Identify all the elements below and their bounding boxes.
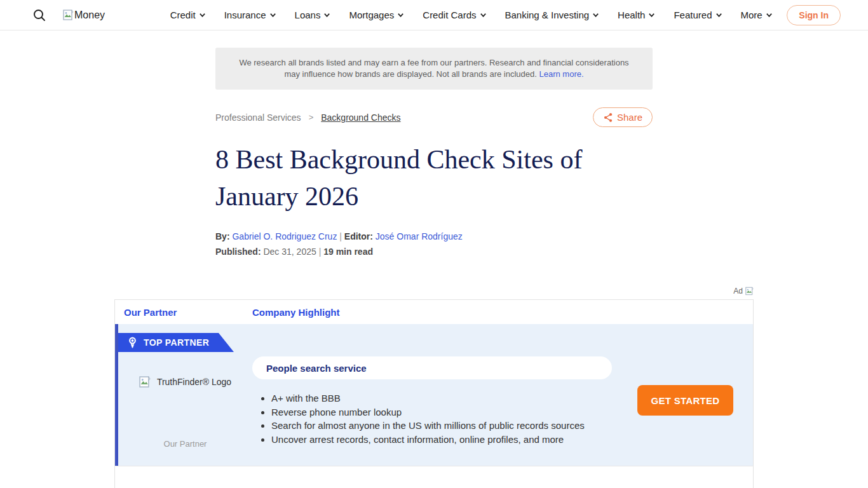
broken-image-icon [63, 10, 74, 20]
partner-card-footer [114, 466, 754, 488]
money-logo[interactable]: Money [63, 10, 105, 21]
byline: By: Gabriel O. Rodriguez Cruz | Editor: … [215, 231, 653, 241]
read-time: 19 min read [323, 247, 373, 257]
ad-label: Ad [733, 287, 743, 295]
nav-item-label: Credit [170, 10, 196, 20]
broken-image-icon [139, 376, 151, 388]
nav-item-label: Mortgages [349, 10, 394, 20]
author-link[interactable]: Gabriel O. Rodriguez Cruz [232, 231, 337, 241]
byline-divider: | [339, 231, 342, 241]
partner-card-body: TOP PARTNER TruthFinder® Logo [115, 324, 753, 466]
page-title: 8 Best Background Check Sites of January… [215, 141, 653, 215]
nav-item-credit[interactable]: Credit [170, 10, 206, 20]
published-row: Published: Dec 31, 2025 | 19 min read [215, 247, 653, 257]
nav-item-label: Banking & Investing [505, 10, 590, 20]
nav-item-label: Insurance [224, 10, 266, 20]
feature-item: Uncover arrest records, contact informat… [271, 433, 618, 447]
partner-logo[interactable]: TruthFinder® Logo [139, 376, 231, 388]
nav-item-label: Credit Cards [423, 10, 476, 20]
affiliate-disclaimer: We research all brands listed and may ea… [215, 48, 653, 90]
cta-column: GET STARTED [618, 356, 753, 466]
partner-logo-column: TruthFinder® Logo Our Partner [118, 356, 252, 466]
by-label: By: [215, 231, 230, 241]
search-icon[interactable] [32, 8, 46, 22]
nav-item-insurance[interactable]: Insurance [224, 10, 276, 20]
broken-image-icon [745, 287, 754, 295]
nav-item-more[interactable]: More [741, 10, 773, 20]
logo-alt-text: Money [74, 10, 105, 21]
top-partner-label: TOP PARTNER [144, 337, 209, 348]
feature-list: A+ with the BBB Reverse phone number loo… [271, 391, 618, 446]
nav-item-featured[interactable]: Featured [674, 10, 722, 20]
top-navigation: Money Credit Insurance Loans Mortgages C… [0, 0, 868, 30]
chevron-down-icon [323, 11, 330, 18]
partner-highlight-column: People search service A+ with the BBB Re… [252, 356, 618, 466]
sign-in-button[interactable]: Sign In [787, 5, 841, 25]
published-label: Published: [215, 247, 261, 257]
nav-item-label: Health [618, 10, 645, 20]
chevron-down-icon [766, 11, 773, 18]
nav-item-mortgages[interactable]: Mortgages [349, 10, 404, 20]
nav-item-banking-investing[interactable]: Banking & Investing [505, 10, 600, 20]
nav-item-loans[interactable]: Loans [295, 10, 331, 20]
highlight-pill: People search service [252, 356, 612, 379]
our-partner-caption: Our Partner [164, 439, 207, 449]
partner-logo-alt-text: TruthFinder® Logo [157, 377, 231, 387]
chevron-down-icon [397, 11, 404, 18]
published-date: Dec 31, 2025 [263, 247, 316, 257]
company-highlight-header: Company Highlight [252, 307, 340, 318]
breadcrumb-row: Professional Services > Background Check… [215, 107, 653, 127]
breadcrumb: Professional Services > Background Check… [215, 112, 401, 123]
chevron-down-icon [648, 11, 655, 18]
get-started-button[interactable]: GET STARTED [637, 385, 733, 416]
nav-item-label: Featured [674, 10, 712, 20]
chevron-down-icon [199, 11, 206, 18]
feature-item: Search for almost anyone in the US with … [271, 419, 618, 433]
chevron-down-icon [592, 11, 599, 18]
feature-item: Reverse phone number lookup [271, 405, 618, 419]
breadcrumb-current[interactable]: Background Checks [321, 112, 400, 123]
chevron-down-icon [480, 11, 487, 18]
published-divider: | [319, 247, 322, 257]
nav-item-label: Loans [295, 10, 321, 20]
nav-item-health[interactable]: Health [618, 10, 655, 20]
nav-item-label: More [741, 10, 763, 20]
our-partner-header: Our Partner [124, 307, 252, 318]
share-label: Share [617, 112, 642, 123]
breadcrumb-separator: > [309, 112, 314, 122]
award-ribbon-icon [128, 337, 137, 349]
breadcrumb-parent[interactable]: Professional Services [215, 112, 301, 123]
share-icon [603, 112, 613, 123]
partner-card: Our Partner Company Highlight TOP PARTNE… [114, 299, 754, 466]
nav-item-credit-cards[interactable]: Credit Cards [423, 10, 486, 20]
partner-card-header: Our Partner Company Highlight [115, 300, 753, 324]
editor-label: Editor: [344, 231, 373, 241]
chevron-down-icon [269, 11, 276, 18]
share-button[interactable]: Share [593, 107, 653, 127]
ad-disclosure: Ad [114, 287, 754, 295]
top-partner-badge: TOP PARTNER [118, 333, 234, 352]
feature-item: A+ with the BBB [271, 391, 618, 405]
learn-more-link[interactable]: Learn more. [539, 69, 583, 79]
chevron-down-icon [715, 11, 722, 18]
primary-nav: Credit Insurance Loans Mortgages Credit … [119, 10, 773, 20]
editor-link[interactable]: José Omar Rodríguez [376, 231, 463, 241]
